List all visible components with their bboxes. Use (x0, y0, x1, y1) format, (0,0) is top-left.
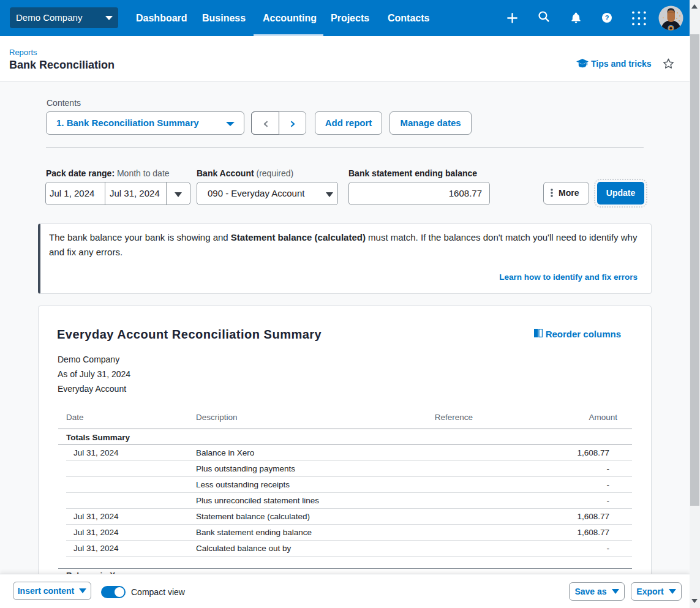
svg-text:?: ? (605, 14, 609, 21)
